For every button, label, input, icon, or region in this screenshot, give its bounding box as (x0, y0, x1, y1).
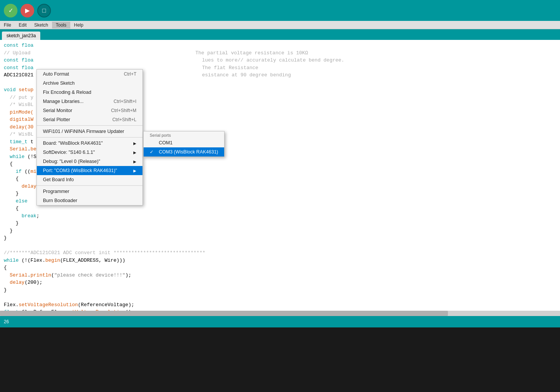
menu-item-auto-format[interactable]: Auto Format Ctrl+T (37, 70, 142, 79)
menu-item-serial-plotter[interactable]: Serial Plotter Ctrl+Shift+L (37, 115, 142, 124)
menu-help[interactable]: Help (70, 22, 87, 28)
submenu-header-serial-ports: Serial ports (144, 131, 224, 138)
code-line: const floa (4, 42, 556, 49)
statusbar: 26 (0, 316, 560, 327)
menu-item-manage-libraries[interactable]: Manage Libraries... Ctrl+Shift+I (37, 97, 142, 106)
submenu-item-com3[interactable]: ✓ COM3 (WisBlock RAK4631) (144, 147, 224, 156)
upload-button[interactable]: ▶ (21, 4, 34, 17)
menu-sketch[interactable]: Sketch (30, 22, 52, 28)
com3-check: ✓ (150, 149, 156, 155)
code-line: // Upload The partial voltage resistance… (4, 49, 556, 57)
sketch-tab[interactable]: sketch_jan23a (2, 32, 40, 40)
bottom-area: 26 (0, 316, 560, 392)
menu-edit[interactable]: Edit (15, 22, 30, 28)
submenu-item-com1[interactable]: COM1 (144, 138, 224, 147)
com1-check (150, 140, 156, 145)
code-line: { (4, 264, 556, 272)
line-number: 26 (4, 319, 9, 324)
tabbar: sketch_jan23a (0, 29, 560, 40)
tools-dropdown-menu: Auto Format Ctrl+T Archive Sketch Fix En… (36, 69, 143, 205)
verify-button[interactable]: ✓ (4, 4, 17, 17)
menu-item-port[interactable]: Port: "COM3 (WisBlock RAK4631)" ▶ (37, 166, 142, 175)
menu-tools[interactable]: Tools (52, 22, 70, 28)
horizontal-scrollbar[interactable] (0, 311, 560, 316)
toolbar: ✓ ▶ □ (0, 0, 560, 21)
menu-item-fix-encoding[interactable]: Fix Encoding & Reload (37, 88, 142, 97)
code-line: } (4, 234, 556, 242)
menu-separator-1 (37, 125, 142, 126)
code-line: Flex.setVoltageResolution(ReferenceVolta… (4, 301, 556, 309)
menubar: File Edit Sketch Tools Help (0, 21, 560, 29)
menu-item-softdevice[interactable]: SoftDevice: "S140 6.1.1" ▶ (37, 148, 142, 157)
menu-separator-3 (37, 185, 142, 186)
menu-item-wifi-firmware[interactable]: WiFi101 / WiFiNINA Firmware Updater (37, 127, 142, 136)
menu-item-burn-bootloader[interactable]: Burn Bootloader (37, 196, 142, 205)
serial-ports-submenu: Serial ports COM1 ✓ COM3 (WisBlock RAK46… (143, 131, 225, 157)
code-line: } (4, 286, 556, 294)
editor-wrapper: const floa // Upload The partial voltage… (0, 40, 560, 316)
code-line: { (4, 205, 556, 212)
menu-separator-2 (37, 137, 142, 138)
code-line: } (4, 220, 556, 227)
code-line: //*******ADC121C021 ADC convert init ***… (4, 249, 556, 257)
serial-ports-label: Serial ports (150, 133, 171, 138)
code-line: const floa lues to more// accurately cal… (4, 57, 556, 64)
menu-item-debug[interactable]: Debug: "Level 0 (Release)" ▶ (37, 157, 142, 166)
menu-item-programmer[interactable]: Programmer (37, 187, 142, 196)
new-sketch-button[interactable]: □ (37, 4, 51, 17)
menu-item-archive-sketch[interactable]: Archive Sketch (37, 79, 142, 88)
menu-item-get-board-info[interactable]: Get Board Info (37, 175, 142, 184)
menu-file[interactable]: File (0, 22, 15, 28)
code-line: delay(200); (4, 279, 556, 286)
code-line: Serial.println("please check device!!!")… (4, 272, 556, 279)
code-line: while (!(Flex.begin(FLEX_ADDRESS, Wire))… (4, 257, 556, 264)
menu-item-serial-monitor[interactable]: Serial Monitor Ctrl+Shift+M (37, 106, 142, 115)
code-line: break; (4, 212, 556, 220)
menu-item-board[interactable]: Board: "WisBlock RAK4631" ▶ (37, 139, 142, 148)
app-window: ✓ ▶ □ File Edit Sketch Tools Help sketch… (0, 0, 560, 392)
code-line: } (4, 227, 556, 235)
